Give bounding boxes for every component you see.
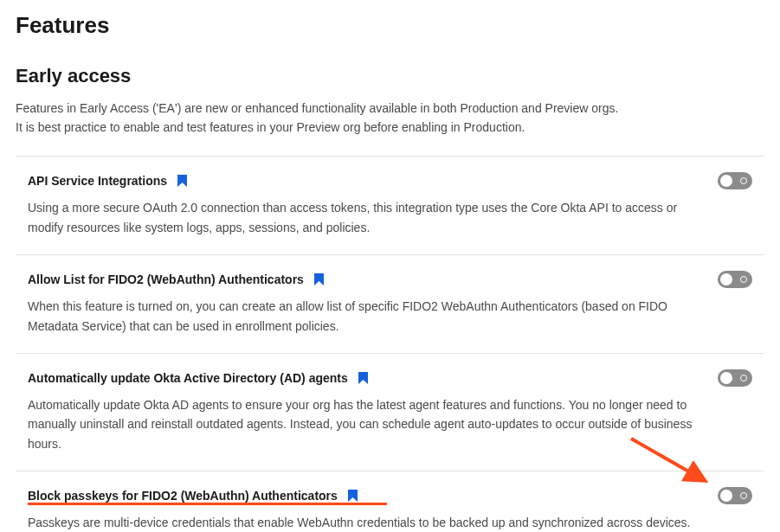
bookmark-icon bbox=[358, 372, 368, 384]
feature-title: API Service Integrations bbox=[28, 174, 167, 188]
feature-item-allow-list-fido2: Allow List for FIDO2 (WebAuthn) Authenti… bbox=[16, 254, 764, 353]
feature-title: Automatically update Okta Active Directo… bbox=[28, 371, 348, 385]
feature-description: When this feature is turned on, you can … bbox=[28, 297, 752, 336]
page-title: Features bbox=[16, 12, 764, 39]
feature-item-block-passkeys: Block passkeys for FIDO2 (WebAuthn) Auth… bbox=[16, 471, 764, 532]
feature-toggle[interactable] bbox=[718, 172, 752, 189]
feature-toggle[interactable] bbox=[718, 487, 752, 504]
feature-item-api-service-integrations: API Service Integrations Using a more se… bbox=[16, 156, 764, 254]
feature-title: Allow List for FIDO2 (WebAuthn) Authenti… bbox=[28, 272, 304, 286]
feature-toggle[interactable] bbox=[718, 271, 752, 288]
section-description-line2: It is best practice to enable and test f… bbox=[16, 120, 525, 134]
section-description-line1: Features in Early Access ('EA') are new … bbox=[16, 101, 618, 115]
bookmark-icon bbox=[348, 490, 358, 502]
feature-toggle[interactable] bbox=[718, 369, 752, 387]
bookmark-icon bbox=[314, 273, 324, 285]
feature-description: Using a more secure OAuth 2.0 connection… bbox=[28, 198, 752, 237]
feature-description: Automatically update Okta AD agents to e… bbox=[28, 395, 752, 453]
section-description: Features in Early Access ('EA') are new … bbox=[16, 99, 764, 137]
bookmark-icon bbox=[177, 175, 187, 187]
feature-title: Block passkeys for FIDO2 (WebAuthn) Auth… bbox=[28, 489, 338, 503]
annotation-underline bbox=[28, 503, 387, 505]
section-title-early-access: Early access bbox=[16, 65, 764, 87]
feature-item-auto-update-ad-agents: Automatically update Okta Active Directo… bbox=[16, 353, 764, 471]
feature-description: Passkeys are multi-device credentials th… bbox=[28, 513, 752, 532]
